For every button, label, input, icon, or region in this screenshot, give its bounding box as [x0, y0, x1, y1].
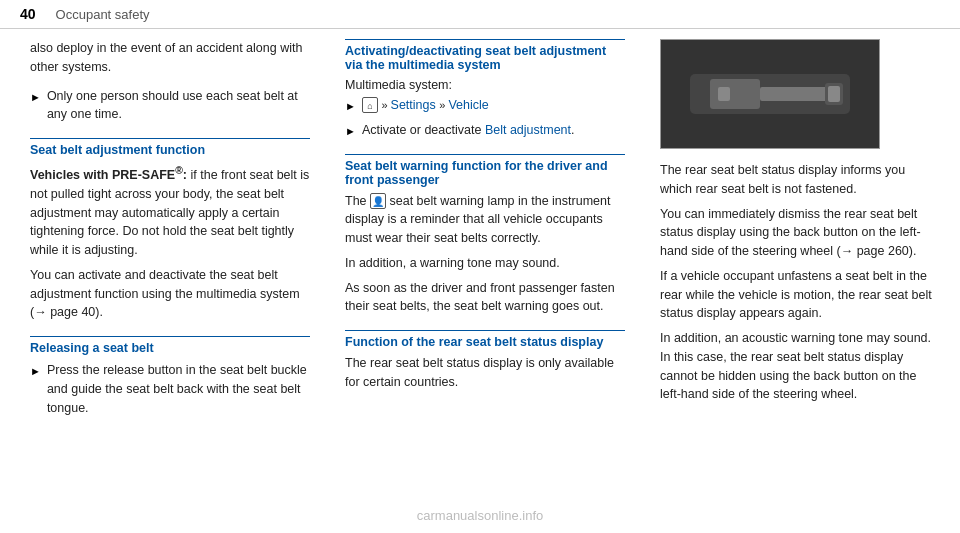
settings-link[interactable]: Settings: [391, 98, 436, 112]
multimedia-label: Multimedia system:: [345, 78, 452, 92]
warning-para3: As soon as the driver and front passenge…: [345, 279, 625, 317]
bullet-arrow-activate: ►: [345, 123, 356, 140]
warning-heading: Seat belt warning function for the drive…: [345, 154, 625, 187]
right-para4: In addition, an acoustic warning tone ma…: [660, 329, 940, 404]
rear-para: The rear seat belt status display is onl…: [345, 354, 625, 392]
left-column: also deploy in the event of an accident …: [0, 39, 330, 423]
releasing-heading: Releasing a seat belt: [30, 336, 310, 355]
vehicles-para: Vehicles with PRE-SAFE®: if the front se…: [30, 163, 310, 260]
activate-deactivate-line: ► Activate or deactivate Belt adjustment…: [345, 121, 625, 140]
svg-rect-3: [760, 87, 830, 101]
seat-belt-svg: [670, 49, 870, 139]
you-can-para: You can activate and deactivate the seat…: [30, 266, 310, 322]
activating-heading: Activating/deactivating seat belt adjust…: [345, 39, 625, 72]
belt-adjustment-link[interactable]: Belt adjustment: [485, 123, 571, 137]
right-column: The rear seat belt status display inform…: [640, 39, 960, 423]
multimedia-line: Multimedia system:: [345, 78, 625, 92]
arrow-1: »: [381, 99, 390, 111]
home-icon: ⌂: [362, 97, 378, 113]
warning-para1: The 👤 seat belt warning lamp in the inst…: [345, 192, 625, 248]
bullet-arrow-mm: ►: [345, 98, 356, 115]
seat-belt-adjustment-heading: Seat belt adjustment function: [30, 138, 310, 157]
mid-column: Activating/deactivating seat belt adjust…: [330, 39, 640, 423]
bullet-arrow-1: ►: [30, 89, 41, 125]
page-header: 40 Occupant safety: [0, 0, 960, 29]
page-title: Occupant safety: [56, 7, 150, 22]
svg-rect-1: [710, 79, 760, 109]
svg-rect-2: [718, 87, 730, 101]
activate-text: Activate or deactivate Belt adjustment.: [362, 121, 575, 140]
releasing-text: Press the release button in the seat bel…: [47, 361, 310, 417]
vehicle-link[interactable]: Vehicle: [448, 98, 488, 112]
bullet-only-one: ► Only one person should use each seat b…: [30, 87, 310, 125]
multimedia-path: ► ⌂ » Settings » Vehicle: [345, 96, 625, 115]
releasing-bullet: ► Press the release button in the seat b…: [30, 361, 310, 417]
rear-heading: Function of the rear seat belt status di…: [345, 330, 625, 349]
content-area: also deploy in the event of an accident …: [0, 29, 960, 423]
bullet-text-1: Only one person should use each seat bel…: [47, 87, 310, 125]
right-para1: The rear seat belt status display inform…: [660, 161, 940, 199]
bullet-arrow-2: ►: [30, 363, 41, 417]
warning-para2: In addition, a warning tone may sound.: [345, 254, 625, 273]
right-para2: You can immediately dismiss the rear sea…: [660, 205, 940, 261]
seat-belt-image: [660, 39, 880, 149]
the-text: The: [345, 194, 370, 208]
page-number: 40: [20, 6, 36, 22]
intro-text: also deploy in the event of an accident …: [30, 39, 310, 77]
svg-rect-5: [828, 86, 840, 102]
warning-icon: 👤: [370, 193, 386, 209]
right-para3: If a vehicle occupant unfastens a seat b…: [660, 267, 940, 323]
vehicles-bold: Vehicles with PRE-SAFE®:: [30, 168, 187, 182]
multimedia-path-text: ⌂ » Settings » Vehicle: [362, 96, 489, 115]
watermark: carmanualsonline.info: [0, 508, 960, 523]
